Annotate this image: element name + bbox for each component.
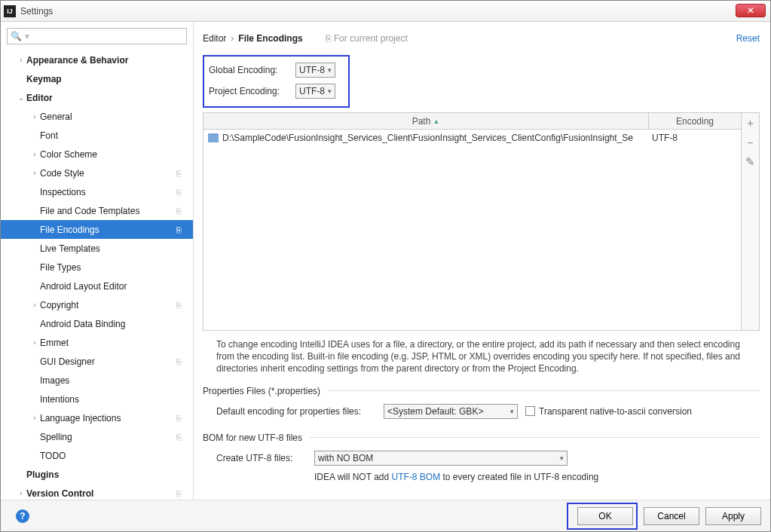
tree-item-label: Emmet bbox=[40, 338, 193, 348]
tree-item-android-data-binding[interactable]: Android Data Binding bbox=[1, 314, 193, 333]
tree-item-label: Keymap bbox=[26, 74, 193, 84]
tree-item-gui-designer[interactable]: GUI Designer⎘ bbox=[1, 352, 193, 371]
edit-button[interactable]: ✎ bbox=[742, 152, 760, 172]
tree-item-intentions[interactable]: Intentions bbox=[1, 390, 193, 408]
tree-item-plugins[interactable]: Plugins bbox=[1, 465, 193, 484]
tree-item-label: Live Templates bbox=[40, 243, 193, 254]
breadcrumb-current: File Encodings bbox=[238, 33, 302, 44]
tree-item-live-templates[interactable]: Live Templates bbox=[1, 239, 193, 258]
search-placeholder: ▾ bbox=[25, 31, 29, 41]
project-scope-icon: ⎘ bbox=[176, 206, 188, 216]
project-scope-icon: ⎘ bbox=[176, 357, 188, 366]
global-encoding-select[interactable]: UTF-8 ▾ bbox=[295, 63, 335, 78]
tree-item-general[interactable]: ›General bbox=[1, 107, 193, 126]
project-scope-icon: ⎘ bbox=[176, 188, 188, 197]
tree-item-language-injections[interactable]: ›Language Injections⎘ bbox=[1, 408, 193, 427]
tree-arrow-icon: › bbox=[29, 150, 40, 158]
app-icon: IJ bbox=[4, 5, 16, 17]
help-icon[interactable]: ? bbox=[16, 509, 29, 523]
search-icon: 🔍 bbox=[11, 31, 22, 41]
project-scope-icon: ⎘ bbox=[176, 489, 188, 498]
tree-item-images[interactable]: Images bbox=[1, 371, 193, 390]
tree-item-label: General bbox=[40, 112, 193, 122]
tree-item-version-control[interactable]: ›Version Control⎘ bbox=[1, 484, 193, 500]
project-scope-icon: ⎘ bbox=[176, 225, 188, 234]
titlebar: IJ Settings ✕ bbox=[1, 1, 770, 22]
close-button[interactable]: ✕ bbox=[736, 4, 766, 17]
tree-item-editor[interactable]: ⌄Editor bbox=[1, 88, 193, 107]
tree-item-label: GUI Designer bbox=[40, 356, 176, 367]
add-button[interactable]: ＋ bbox=[742, 113, 760, 133]
search-input[interactable]: 🔍 ▾ bbox=[7, 28, 187, 44]
tree-item-color-scheme[interactable]: ›Color Scheme bbox=[1, 145, 193, 164]
tree-arrow-icon: › bbox=[29, 414, 40, 422]
project-scope-hint: ⎘ For current project bbox=[326, 33, 408, 44]
reset-link[interactable]: Reset bbox=[736, 33, 760, 44]
cancel-button[interactable]: Cancel bbox=[644, 507, 699, 525]
utf8-bom-link[interactable]: UTF-8 BOM bbox=[391, 472, 440, 482]
bom-section-header: BOM for new UTF-8 files bbox=[203, 433, 760, 443]
create-utf8-select[interactable]: with NO BOM ▾ bbox=[314, 451, 568, 466]
tree-item-label: Plugins bbox=[26, 469, 193, 480]
chevron-down-icon: ▾ bbox=[328, 66, 332, 74]
properties-default-label: Default encoding for properties files: bbox=[216, 406, 384, 417]
project-encoding-select[interactable]: UTF-8 ▾ bbox=[295, 84, 335, 99]
tree-arrow-icon: › bbox=[29, 338, 40, 347]
dialog-footer: ? OK Cancel Apply bbox=[1, 500, 770, 531]
tree-item-android-layout-editor[interactable]: Android Layout Editor bbox=[1, 277, 193, 295]
bom-hint: IDEA will NOT add UTF-8 BOM to every cre… bbox=[203, 472, 760, 482]
tree-item-label: Font bbox=[40, 130, 193, 141]
chevron-down-icon: ▾ bbox=[510, 408, 514, 415]
tree-item-keymap[interactable]: Keymap bbox=[1, 69, 193, 88]
col-header-path[interactable]: Path ▲ bbox=[203, 113, 649, 129]
tree-item-file-and-code-templates[interactable]: File and Code Templates⎘ bbox=[1, 201, 193, 220]
ok-button[interactable]: OK bbox=[577, 507, 633, 525]
tree-item-label: Appearance & Behavior bbox=[26, 55, 193, 66]
project-scope-icon: ⎘ bbox=[176, 169, 188, 178]
create-utf8-label: Create UTF-8 files: bbox=[216, 453, 314, 463]
tree-item-file-types[interactable]: File Types bbox=[1, 258, 193, 277]
ok-button-highlight: OK bbox=[567, 503, 638, 530]
breadcrumb: Editor › File Encodings ⎘ For current pr… bbox=[203, 28, 760, 49]
chevron-down-icon: ▾ bbox=[328, 87, 332, 95]
folder-icon bbox=[208, 133, 219, 142]
tree-item-code-style[interactable]: ›Code Style⎘ bbox=[1, 164, 193, 182]
tree-item-file-encodings[interactable]: File Encodings⎘ bbox=[1, 220, 193, 239]
tree-item-label: Inspections bbox=[40, 187, 176, 197]
tree-arrow-icon: › bbox=[29, 169, 40, 177]
transparent-conversion-checkbox[interactable]: Transparent native-to-ascii conversion bbox=[525, 406, 692, 417]
tree-item-label: File and Code Templates bbox=[40, 206, 176, 216]
apply-button[interactable]: Apply bbox=[705, 507, 761, 525]
project-scope-icon: ⎘ bbox=[176, 301, 188, 310]
encoding-path-table: Path ▲ Encoding D:\SampleCode\FusionInsi… bbox=[203, 112, 760, 331]
tree-item-label: Spelling bbox=[40, 432, 176, 442]
global-encoding-label: Global Encoding: bbox=[209, 65, 295, 75]
content-panel: Editor › File Encodings ⎘ For current pr… bbox=[194, 22, 770, 500]
path-cell: D:\SampleCode\FusionInsight_Services_Cli… bbox=[203, 133, 649, 143]
col-header-encoding[interactable]: Encoding bbox=[649, 113, 741, 129]
tree-item-copyright[interactable]: ›Copyright⎘ bbox=[1, 295, 193, 314]
tree-item-label: File Encodings bbox=[40, 225, 176, 235]
properties-encoding-select[interactable]: <System Default: GBK> ▾ bbox=[384, 404, 518, 419]
encoding-box: Global Encoding: UTF-8 ▾ Project Encodin… bbox=[203, 55, 350, 108]
project-scope-icon: ⎘ bbox=[176, 414, 188, 423]
tree-item-emmet[interactable]: ›Emmet bbox=[1, 333, 193, 352]
tree-item-label: Copyright bbox=[40, 300, 176, 310]
tree-arrow-icon: › bbox=[29, 112, 40, 121]
sidebar: 🔍 ▾ ›Appearance & BehaviorKeymap⌄Editor›… bbox=[1, 22, 194, 500]
tree-item-label: File Types bbox=[40, 262, 193, 273]
breadcrumb-parent[interactable]: Editor bbox=[203, 33, 226, 44]
tree-item-font[interactable]: Font bbox=[1, 126, 193, 145]
chevron-right-icon: › bbox=[231, 33, 234, 44]
encoding-cell[interactable]: UTF-8 bbox=[649, 133, 741, 143]
table-row[interactable]: D:\SampleCode\FusionInsight_Services_Cli… bbox=[203, 130, 741, 146]
tree-item-todo[interactable]: TODO bbox=[1, 446, 193, 465]
window-title: Settings bbox=[20, 6, 53, 17]
tree-item-label: Intentions bbox=[40, 394, 193, 405]
tree-item-appearance-behavior[interactable]: ›Appearance & Behavior bbox=[1, 50, 193, 69]
remove-button[interactable]: － bbox=[742, 133, 760, 152]
tree-item-label: Android Data Binding bbox=[40, 319, 193, 329]
tree-item-spelling[interactable]: Spelling⎘ bbox=[1, 427, 193, 446]
tree-item-inspections[interactable]: Inspections⎘ bbox=[1, 182, 193, 201]
project-scope-icon: ⎘ bbox=[176, 433, 188, 442]
